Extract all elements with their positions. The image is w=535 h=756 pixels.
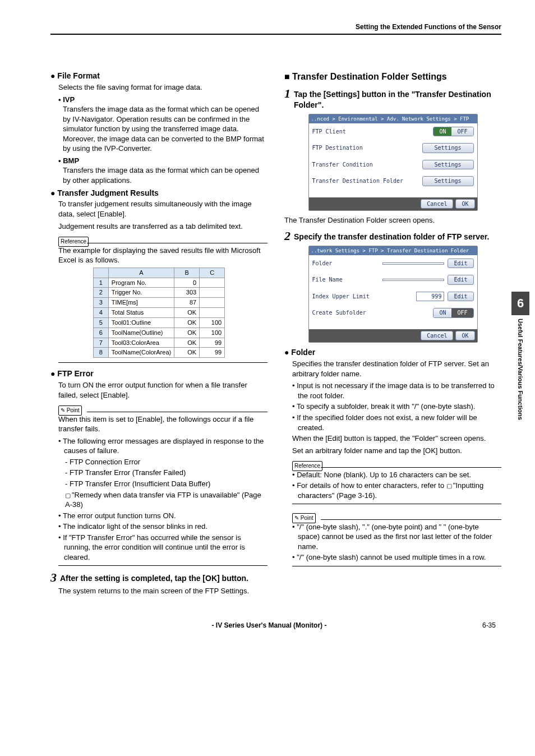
cell: Tool03:ColorArea <box>108 338 174 348</box>
book-icon <box>65 491 72 499</box>
bmp-label: BMP <box>58 156 268 166</box>
toggle-off[interactable]: OFF <box>451 308 473 317</box>
page-footer: - IV Series User's Manual (Monitor) - 6-… <box>50 621 501 630</box>
dev2-filename-input[interactable] <box>382 279 444 281</box>
cell: 100 <box>200 317 225 328</box>
excel-col-c: C <box>200 268 225 278</box>
table-row: 5 <box>93 317 108 328</box>
cell: Tool01:Outline <box>108 317 174 328</box>
folder-rbl2: For details of how to enter characters, … <box>292 481 501 500</box>
cell <box>200 298 225 308</box>
dev1-ftp-client-toggle[interactable]: ON OFF <box>433 127 473 137</box>
cell: 99 <box>200 338 225 348</box>
bmp-body: Transfers the image data as the format w… <box>63 165 268 185</box>
toggle-on[interactable]: ON <box>433 127 451 136</box>
cell: 0 <box>174 278 200 288</box>
dev2-cancel-button[interactable]: Cancel <box>421 331 453 341</box>
cell: ToolName(ColorArea) <box>108 348 174 358</box>
step-2-text: Specify the transfer destination folder … <box>294 230 501 242</box>
ftp-error-pbody1: When this item is set to [Enable], the f… <box>58 414 268 434</box>
step-3: 3 After the setting is completed, tap th… <box>50 571 268 584</box>
excel-col-b: B <box>174 268 200 278</box>
cell: Trigger No. <box>108 288 174 298</box>
folder-bl2: To specify a subfolder, break it with "/… <box>292 402 501 412</box>
toggle-on[interactable]: ON <box>433 308 451 317</box>
cell: 303 <box>174 288 200 298</box>
dev2-folder-label: Folder <box>312 260 380 268</box>
dev2-folder-input[interactable] <box>382 262 444 265</box>
step-3-num: 3 <box>50 571 57 584</box>
tjr-heading: Transfer Judgment Results <box>50 188 268 199</box>
folder-reference-rule <box>321 467 501 468</box>
ivp-label: IVP <box>58 95 268 105</box>
ftp-error-d4-text: "Remedy when data transfer via FTP is un… <box>65 491 261 509</box>
dev1-ftp-client-label: FTP Client <box>312 128 430 136</box>
folder-rbl1: Default: None (blank). Up to 16 characte… <box>292 470 501 480</box>
ftp-error-pb2: The error output function turns ON. <box>58 511 268 521</box>
dev2-subfolder-label: Create Subfolder <box>312 309 430 317</box>
dev2-index-edit-button[interactable]: Edit <box>448 292 473 302</box>
step-3-text: After the setting is completed, tap the … <box>60 571 268 584</box>
folder-pbl2: "/" (one-byte slash) cannot be used mult… <box>292 552 501 563</box>
cell: OK <box>174 338 200 348</box>
cell: 99 <box>200 348 225 358</box>
cell <box>200 308 225 318</box>
header-section-title: Setting the Extended Functions of the Se… <box>50 22 501 31</box>
ftp-error-d3: - FTP Transfer Error (Insufficient Data … <box>65 479 268 489</box>
device-screen-1: ..nced > Environmental > Adv. Network Se… <box>308 114 478 211</box>
toggle-off[interactable]: OFF <box>451 127 473 136</box>
dev1-transfer-cond-settings-button[interactable]: Settings <box>422 160 474 170</box>
ref-end-rule <box>58 362 268 363</box>
folder-rbl2-text: For details of how to enter characters, … <box>297 481 444 490</box>
dev1-ftp-dest-label: FTP Destination <box>312 144 419 152</box>
excel-col-a: A <box>108 268 174 278</box>
dev1-ok-button[interactable]: OK <box>455 199 474 209</box>
excel-corner <box>93 268 108 278</box>
ftp-error-pb4: If "FTP Transfer Error" has occurred whi… <box>58 533 268 563</box>
folder-ref-end-rule <box>292 504 501 504</box>
step-1: 1 Tap the [Settings] button in the "Tran… <box>284 87 501 110</box>
dev2-subfolder-toggle[interactable]: ON OFF <box>433 308 473 318</box>
reference-box: Reference <box>58 237 89 247</box>
dev2-folder-edit-button[interactable]: Edit <box>448 259 473 269</box>
device1-title: ..nced > Environmental > Adv. Network Se… <box>309 114 477 123</box>
ftp-error-d2: - FTP Transfer Error (Transfer Failed) <box>65 468 268 478</box>
step-1-num: 1 <box>284 87 290 100</box>
point-end-rule <box>58 565 268 566</box>
ftp-error-body: To turn ON the error output function for… <box>58 380 268 400</box>
step-1-text: Tap the [Settings] button in the "Transf… <box>294 87 501 110</box>
file-format-desc: Selects the file saving format for image… <box>58 82 268 93</box>
cell: Total Status <box>108 308 174 318</box>
dev2-filename-label: File Name <box>312 276 380 284</box>
folder-point-end-rule <box>292 566 501 566</box>
ivp-body: Transfers the image data as the format w… <box>63 104 268 154</box>
dev2-filename-edit-button[interactable]: Edit <box>448 275 473 285</box>
cell: OK <box>174 328 200 338</box>
step-2: 2 Specify the transfer destination folde… <box>284 230 501 242</box>
excel-table: A B C 1Program No.0 2Trigger No.303 3TIM… <box>93 268 225 358</box>
page-number: 6-35 <box>482 621 496 630</box>
point-box: Point <box>58 405 82 416</box>
chapter-title: Useful Features/Various Functions <box>516 319 525 420</box>
cell <box>200 288 225 298</box>
ftp-error-d4: "Remedy when data transfer via FTP is un… <box>65 490 268 510</box>
dev1-dest-folder-settings-button[interactable]: Settings <box>422 176 474 186</box>
table-row: 2 <box>93 288 108 298</box>
dev2-ok-button[interactable]: OK <box>455 331 474 341</box>
point-rule <box>87 412 268 412</box>
cell <box>200 278 225 288</box>
folder-heading: Folder <box>284 347 501 358</box>
table-row: 1 <box>93 278 108 288</box>
reference-rule <box>87 243 268 243</box>
device-screen-2: ..twork Settings > FTP > Transfer Destin… <box>308 246 478 343</box>
step-2-num: 2 <box>284 230 290 242</box>
dev1-ftp-dest-settings-button[interactable]: Settings <box>422 143 474 153</box>
tdfs-heading: Transfer Destination Folder Settings <box>284 71 501 83</box>
file-format-heading: File Format <box>50 71 268 81</box>
table-row: 6 <box>93 328 108 338</box>
dev1-cancel-button[interactable]: Cancel <box>421 199 453 209</box>
table-row: 3 <box>93 298 108 308</box>
book-icon <box>446 481 453 490</box>
cell: TIME[ms] <box>108 298 174 308</box>
dev2-index-value[interactable]: 999 <box>416 292 444 302</box>
